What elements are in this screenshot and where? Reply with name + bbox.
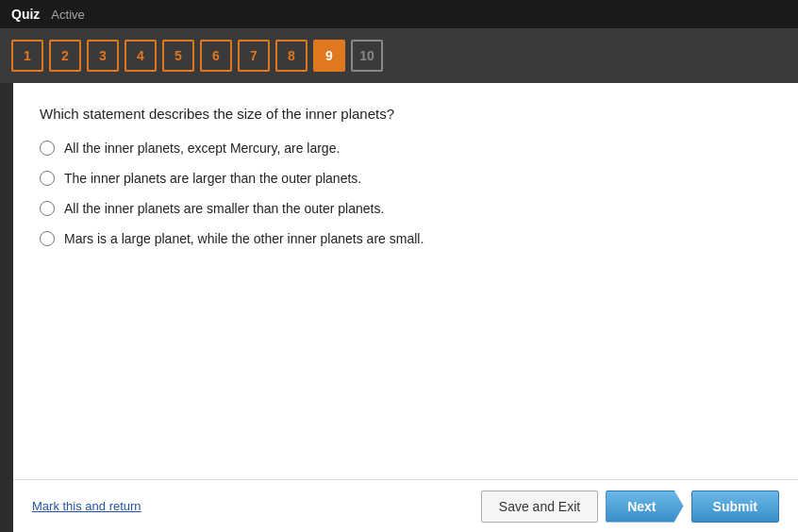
answer-option-a[interactable]: All the inner planets, except Mercury, a… — [40, 141, 772, 156]
app-title: Quiz — [11, 7, 40, 22]
nav-button-1[interactable]: 1 — [11, 40, 43, 72]
nav-button-3[interactable]: 3 — [87, 40, 119, 72]
nav-button-8[interactable]: 8 — [275, 40, 308, 72]
nav-button-10: 10 — [351, 40, 383, 72]
question-nav: 12345678910 — [0, 28, 798, 83]
answer-option-d[interactable]: Mars is a large planet, while the other … — [40, 231, 772, 246]
question-panel: Which statement describes the size of th… — [13, 83, 798, 479]
status-badge: Active — [51, 8, 84, 22]
question-text: Which statement describes the size of th… — [40, 106, 772, 122]
nav-button-2[interactable]: 2 — [49, 40, 81, 72]
submit-button[interactable]: Submit — [691, 490, 779, 523]
answer-label-c: All the inner planets are smaller than t… — [64, 201, 384, 216]
save-exit-button[interactable]: Save and Exit — [481, 490, 598, 523]
answer-radio-b[interactable] — [40, 171, 55, 186]
answer-option-c[interactable]: All the inner planets are smaller than t… — [40, 201, 772, 216]
answer-radio-d[interactable] — [40, 231, 55, 246]
nav-button-9[interactable]: 9 — [313, 40, 345, 72]
answer-option-b[interactable]: The inner planets are larger than the ou… — [40, 171, 772, 186]
next-button[interactable]: Next — [606, 490, 683, 523]
answer-label-a: All the inner planets, except Mercury, a… — [64, 141, 340, 156]
answer-radio-a[interactable] — [40, 141, 55, 156]
nav-button-4[interactable]: 4 — [125, 40, 157, 72]
bottom-right-buttons: Save and Exit Next Submit — [481, 490, 779, 523]
answer-options: All the inner planets, except Mercury, a… — [40, 141, 772, 246]
mark-return-link[interactable]: Mark this and return — [32, 499, 141, 513]
nav-button-7[interactable]: 7 — [238, 40, 270, 72]
left-accent — [0, 83, 13, 532]
top-bar: Quiz Active — [0, 0, 798, 28]
bottom-bar: Mark this and return Save and Exit Next … — [13, 479, 798, 532]
answer-label-d: Mars is a large planet, while the other … — [64, 231, 424, 246]
nav-button-6[interactable]: 6 — [200, 40, 232, 72]
answer-radio-c[interactable] — [40, 201, 55, 216]
nav-button-5[interactable]: 5 — [162, 40, 194, 72]
answer-label-b: The inner planets are larger than the ou… — [64, 171, 361, 186]
